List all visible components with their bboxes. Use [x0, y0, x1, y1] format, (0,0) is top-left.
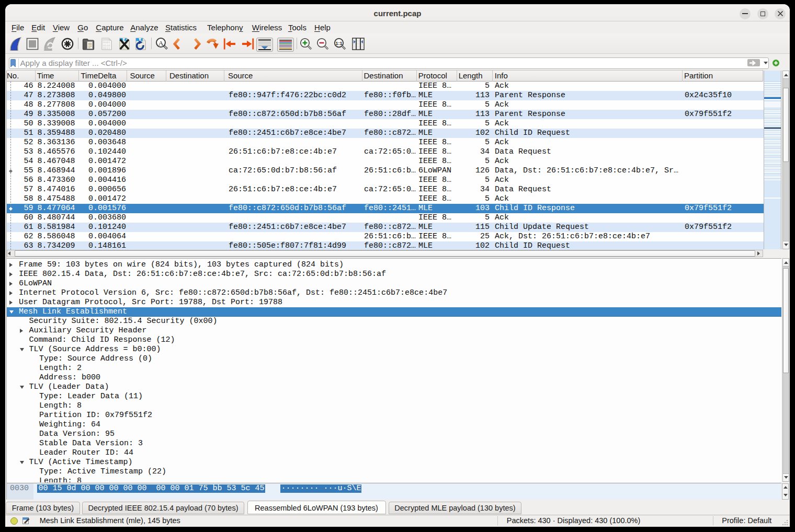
svg-text:1:1: 1:1: [335, 41, 342, 46]
svg-text:0111: 0111: [103, 47, 110, 50]
svg-text:A: A: [158, 39, 163, 47]
